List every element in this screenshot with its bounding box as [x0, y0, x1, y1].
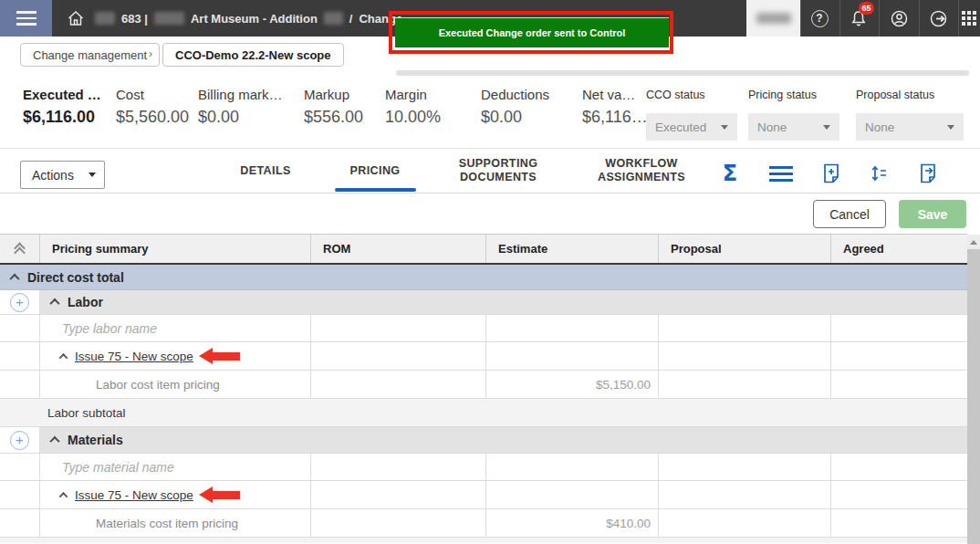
- agreed-cell[interactable]: [831, 509, 967, 537]
- row-gutter: +: [0, 427, 40, 453]
- breadcrumb-change-management[interactable]: Change management: [20, 43, 160, 67]
- row-gutter: [0, 342, 40, 370]
- add-labor-row-button[interactable]: +: [10, 293, 29, 312]
- table-row-partial: [0, 538, 967, 543]
- proposal-cell[interactable]: [659, 371, 831, 398]
- agreed-cell[interactable]: [831, 371, 967, 398]
- horizontal-scrollbar[interactable]: [396, 70, 969, 76]
- tab-details[interactable]: DETAILS: [220, 149, 311, 193]
- chevron-down-icon: [89, 173, 96, 177]
- table-row-materials-cost-item: Materials cost item pricing $410.00: [0, 509, 967, 538]
- agreed-cell[interactable]: [831, 342, 967, 370]
- column-header-pricing-summary[interactable]: Pricing summary: [40, 235, 311, 263]
- agreed-cell[interactable]: [831, 454, 967, 480]
- project-number: 683 |: [121, 12, 148, 26]
- proposal-cell[interactable]: [659, 509, 831, 537]
- help-icon[interactable]: ?: [801, 0, 838, 37]
- rom-cell[interactable]: [311, 509, 486, 537]
- table-row-labor-placeholder: Type labor name: [0, 315, 967, 342]
- issue-75-link[interactable]: Issue 75 - New scope: [75, 350, 193, 363]
- proposal-status-dropdown[interactable]: None: [856, 113, 964, 141]
- chevron-up-icon[interactable]: [59, 491, 68, 500]
- collapse-all-button[interactable]: [0, 235, 40, 263]
- add-document-icon[interactable]: [819, 162, 843, 185]
- redacted-block: [154, 12, 184, 25]
- material-name-input[interactable]: Type material name: [40, 454, 311, 480]
- rom-cell[interactable]: [311, 315, 486, 341]
- kpi-value: $5,560.00: [116, 108, 189, 127]
- hamburger-menu-icon[interactable]: [0, 0, 52, 37]
- estimate-cell[interactable]: [486, 342, 659, 370]
- rom-cell[interactable]: [311, 342, 486, 370]
- kpi-label: Deductions: [481, 87, 549, 102]
- add-materials-row-button[interactable]: +: [10, 431, 29, 450]
- pricing-summary-table: Pricing summary ROM Estimate Proposal Ag…: [0, 234, 967, 543]
- labor-name-input[interactable]: Type labor name: [40, 315, 311, 341]
- estimate-cell[interactable]: $5,150.00: [486, 371, 659, 398]
- input-placeholder: Type labor name: [62, 321, 157, 336]
- agreed-cell[interactable]: [831, 315, 967, 341]
- chevron-down-icon: [823, 125, 830, 130]
- section-label: Direct cost total: [27, 270, 124, 285]
- estimate-cell[interactable]: $410.00: [486, 509, 659, 537]
- proposal-cell[interactable]: [659, 481, 831, 508]
- chevron-up-icon[interactable]: [49, 298, 59, 309]
- cco-status-dropdown[interactable]: Executed: [646, 113, 737, 141]
- proposal-cell[interactable]: [659, 315, 831, 341]
- chevron-up-icon[interactable]: [9, 273, 19, 283]
- breadcrumb-cco-demo[interactable]: CCO-Demo 22.2-New scope: [162, 43, 344, 67]
- proposal-cell[interactable]: [659, 454, 831, 480]
- kpi-value: $6,116…: [582, 108, 648, 127]
- dropdown-value: None: [757, 120, 787, 134]
- notifications-bell-icon[interactable]: 65: [840, 0, 877, 37]
- table-row-materials-group: + Materials: [0, 427, 967, 454]
- summary-kpi-bar: Executed … $6,116.00 Cost $5,560.00 Bill…: [0, 73, 980, 149]
- estimate-cell[interactable]: [486, 481, 659, 508]
- rom-cell[interactable]: [311, 481, 486, 508]
- cancel-button[interactable]: Cancel: [813, 200, 886, 228]
- tab-pricing[interactable]: PRICING: [329, 149, 421, 193]
- chevron-down-icon: [947, 125, 954, 130]
- home-icon[interactable]: [62, 0, 89, 37]
- row-gutter: [0, 481, 40, 508]
- estimate-cell[interactable]: [486, 315, 659, 341]
- user-menu[interactable]: [746, 0, 800, 37]
- column-header-proposal[interactable]: Proposal: [659, 235, 831, 263]
- cost-item-label-cell: Materials cost item pricing: [40, 509, 311, 537]
- column-header-estimate[interactable]: Estimate: [486, 235, 659, 263]
- row-gutter: [0, 509, 40, 537]
- tab-supporting-documents[interactable]: SUPPORTING DOCUMENTS: [447, 149, 549, 193]
- redacted-username: [756, 13, 791, 24]
- row-gutter: +: [0, 290, 40, 314]
- chevron-up-icon[interactable]: [59, 352, 68, 361]
- apps-grid-icon[interactable]: [951, 0, 980, 37]
- tab-workflow-assignments[interactable]: WORKFLOW ASSIGNMENTS: [590, 149, 693, 193]
- rom-cell[interactable]: [311, 454, 486, 480]
- column-header-rom[interactable]: ROM: [311, 235, 486, 263]
- save-button[interactable]: Save: [899, 200, 966, 228]
- row-height-sort-icon[interactable]: [867, 162, 891, 185]
- vertical-scrollbar[interactable]: [967, 235, 980, 544]
- totals-sigma-icon[interactable]: Σ: [717, 162, 743, 185]
- issue-75-link[interactable]: Issue 75 - New scope: [75, 488, 193, 502]
- status-label: Proposal status: [856, 89, 934, 101]
- apps-grid-glyph: [962, 11, 976, 26]
- proposal-cell[interactable]: [659, 342, 831, 370]
- estimate-cell[interactable]: [486, 454, 659, 480]
- actions-dropdown-button[interactable]: Actions: [20, 161, 105, 189]
- group-label: Labor: [68, 295, 103, 309]
- menu-lines-icon[interactable]: [767, 162, 795, 185]
- dropdown-value: Executed: [655, 120, 706, 134]
- rom-cell[interactable]: [311, 371, 486, 398]
- annotation-arrow-icon: [199, 348, 240, 364]
- export-icon[interactable]: [916, 162, 940, 185]
- scroll-up-button[interactable]: [967, 235, 980, 249]
- pricing-status-dropdown[interactable]: None: [748, 113, 839, 141]
- kpi-value: $6,116.00: [23, 108, 95, 127]
- column-header-agreed[interactable]: Agreed: [831, 235, 967, 263]
- collapse-all-icon: [13, 243, 27, 256]
- chevron-up-icon[interactable]: [49, 436, 59, 446]
- row-gutter: [0, 315, 40, 341]
- agreed-cell[interactable]: [831, 481, 967, 508]
- account-icon[interactable]: [881, 0, 917, 37]
